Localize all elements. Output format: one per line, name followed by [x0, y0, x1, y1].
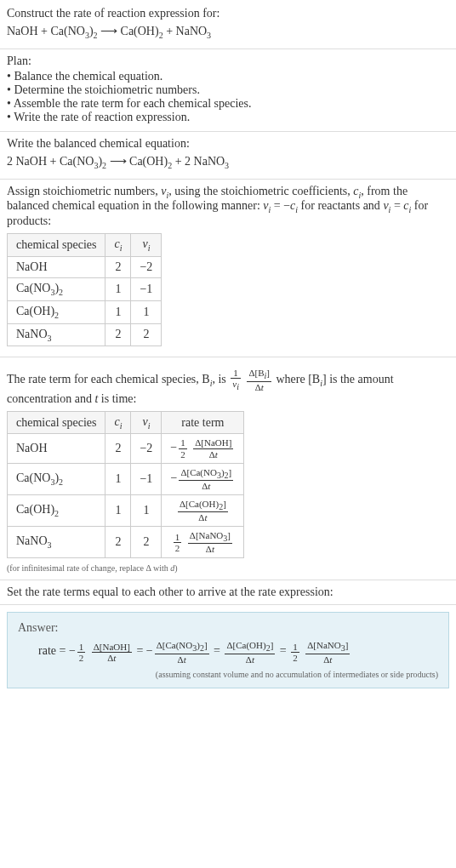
set-equal-section: Set the rate terms equal to each other t…	[0, 580, 456, 605]
ci-cell: 1	[105, 463, 131, 494]
ci-cell: 2	[105, 527, 131, 558]
col-species: chemical species	[8, 411, 105, 434]
species-cell: Ca(OH)2	[8, 494, 105, 526]
species-cell: NaNO3	[8, 527, 105, 558]
table-row: NaOH 2 −2	[8, 256, 162, 277]
table-header-row: chemical species ci νi	[8, 234, 162, 257]
plan-item: Balance the chemical equation.	[7, 70, 449, 83]
vi-cell: −2	[131, 434, 162, 463]
col-ci: ci	[105, 411, 131, 434]
species-cell: NaOH	[8, 434, 105, 463]
ci-cell: 2	[105, 323, 131, 346]
answer-box: Answer: rate = −12 Δ[NaOH]Δt = −Δ[Ca(NO3…	[7, 612, 449, 688]
plan-item: Determine the stoichiometric numbers.	[7, 83, 449, 97]
vi-cell: 1	[131, 494, 162, 526]
ci-cell: 2	[105, 434, 131, 463]
intro-line: Construct the rate of reaction expressio…	[7, 7, 449, 20]
table-row: Ca(OH)2 1 1	[8, 300, 162, 323]
table-row: NaNO3 2 2 12 Δ[NaNO3]Δt	[8, 527, 244, 558]
table-row: NaOH 2 −2 −12 Δ[NaOH]Δt	[8, 434, 244, 463]
plan-list: Balance the chemical equation. Determine…	[7, 70, 449, 124]
infinitesimal-note: (for infinitesimal rate of change, repla…	[7, 563, 449, 573]
ci-cell: 1	[105, 277, 131, 300]
col-vi: νi	[131, 234, 162, 257]
col-ci: ci	[105, 234, 131, 257]
rate-def-section: The rate term for each chemical species,…	[0, 357, 456, 580]
assign-table: chemical species ci νi NaOH 2 −2 Ca(NO3)…	[7, 233, 162, 346]
rate-cell: −Δ[Ca(NO3)2]Δt	[162, 463, 244, 494]
col-vi: νi	[131, 411, 162, 434]
table-row: NaNO3 2 2	[8, 323, 162, 346]
species-cell: Ca(NO3)2	[8, 463, 105, 494]
intro-section: Construct the rate of reaction expressio…	[0, 0, 456, 49]
table-row: Ca(NO3)2 1 −1 −Δ[Ca(NO3)2]Δt	[8, 463, 244, 494]
table-row: Ca(NO3)2 1 −1	[8, 277, 162, 300]
plan-item: Assemble the rate term for each chemical…	[7, 97, 449, 111]
answer-label: Answer:	[18, 621, 438, 635]
species-cell: NaNO3	[8, 323, 105, 346]
frac-one-over-vi: 1 νi	[231, 368, 241, 391]
intro-equation: NaOH + Ca(NO3)2 ⟶ Ca(OH)2 + NaNO3	[7, 24, 449, 40]
rate-cell: −12 Δ[NaOH]Δt	[162, 434, 244, 463]
col-species: chemical species	[8, 234, 105, 257]
plan-heading: Plan:	[7, 54, 449, 68]
vi-cell: 2	[131, 527, 162, 558]
set-equal-text: Set the rate terms equal to each other t…	[7, 585, 449, 599]
vi-cell: −2	[131, 256, 162, 277]
assign-text: Assign stoichiometric numbers, νi, using…	[7, 185, 449, 229]
vi-cell: 1	[131, 300, 162, 323]
rate-cell: Δ[Ca(OH)2]Δt	[162, 494, 244, 526]
species-cell: NaOH	[8, 256, 105, 277]
rate-table: chemical species ci νi rate term NaOH 2 …	[7, 411, 244, 559]
vi-cell: −1	[131, 277, 162, 300]
ci-cell: 1	[105, 300, 131, 323]
balanced-equation: 2 NaOH + Ca(NO3)2 ⟶ Ca(OH)2 + 2 NaNO3	[7, 154, 449, 170]
balanced-heading: Write the balanced chemical equation:	[7, 137, 449, 151]
ci-cell: 2	[105, 256, 131, 277]
species-cell: Ca(NO3)2	[8, 277, 105, 300]
col-rate: rate term	[162, 411, 244, 434]
rate-cell: 12 Δ[NaNO3]Δt	[162, 527, 244, 558]
species-cell: Ca(OH)2	[8, 300, 105, 323]
answer-equation: rate = −12 Δ[NaOH]Δt = −Δ[Ca(NO3)2]Δt = …	[38, 640, 438, 664]
answer-note: (assuming constant volume and no accumul…	[18, 670, 438, 679]
table-header-row: chemical species ci νi rate term	[8, 411, 244, 434]
assign-section: Assign stoichiometric numbers, νi, using…	[0, 180, 456, 358]
plan-section: Plan: Balance the chemical equation. Det…	[0, 49, 456, 132]
ci-cell: 1	[105, 494, 131, 526]
rate-def-text: The rate term for each chemical species,…	[7, 368, 449, 405]
vi-cell: 2	[131, 323, 162, 346]
plan-item: Write the rate of reaction expression.	[7, 111, 449, 124]
balanced-section: Write the balanced chemical equation: 2 …	[0, 132, 456, 180]
vi-cell: −1	[131, 463, 162, 494]
table-row: Ca(OH)2 1 1 Δ[Ca(OH)2]Δt	[8, 494, 244, 526]
rate-def-prefix: The rate term for each chemical species,…	[7, 373, 229, 385]
frac-dbi-dt: Δ[Bi] Δt	[247, 368, 271, 391]
